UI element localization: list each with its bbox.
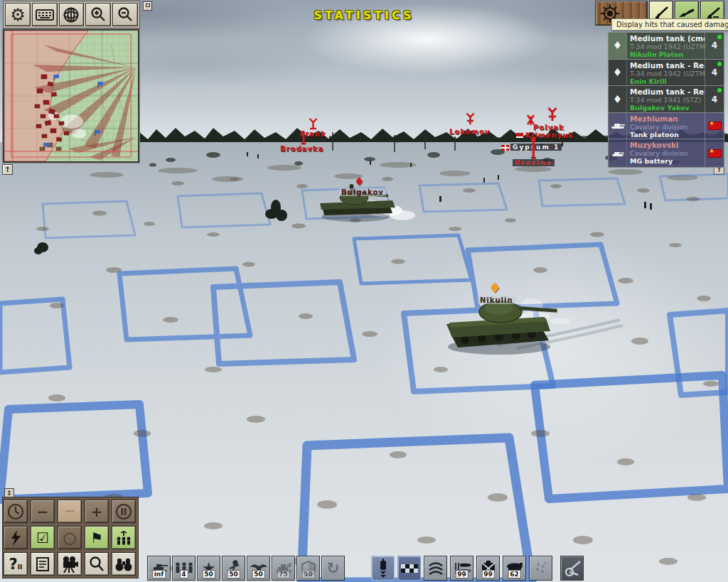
unit-subtitle: Cavalary division — [630, 149, 702, 157]
tank-silhouette-icon — [609, 139, 627, 167]
flag-objectives-button[interactable]: ⚑ — [85, 526, 109, 549]
panel-collapse-button[interactable]: ↕ — [4, 488, 14, 497]
soviet-flag-icon — [708, 122, 722, 130]
world-label-nikulin[interactable]: Nikulin — [478, 296, 515, 304]
toolbar-crew-button[interactable]: 62 — [503, 556, 526, 581]
at-gun-marker-icon — [309, 118, 318, 130]
up-down-arrow-icon: ↕ — [6, 490, 12, 497]
world-label-urazino: Urazino — [513, 159, 555, 166]
minus-icon: − — [37, 503, 49, 520]
unit-title: Muzykovski — [630, 141, 702, 149]
binoculars-icon — [114, 556, 133, 573]
unit-row-reed-123[interactable]: ♦ Medium tank - Reed 123 T-34 mod 1941 (… — [609, 86, 724, 113]
unit-type: Tank platoon — [630, 131, 702, 139]
toolbar-eagle-button[interactable]: 50 — [247, 556, 270, 581]
tooltip: Display hits that caused damage — [611, 18, 728, 31]
count-label: 50 — [227, 570, 240, 578]
count-label: 75 — [277, 570, 290, 578]
game-screen: Frank Brodavka Lokomov Polyak Klimenyuk … — [0, 0, 728, 582]
unit-commander: Bulgakov Yakov — [630, 104, 702, 112]
clock-button[interactable] — [4, 500, 28, 523]
world-label-bulgakov[interactable]: Bulgakov — [339, 188, 386, 196]
checkbox-icon: ☑ — [36, 529, 49, 546]
unit-diamond-orange-icon: ♦ — [488, 281, 501, 295]
toolbar-ammo-button[interactable]: 99 — [450, 556, 473, 581]
help-button[interactable]: ?II — [4, 552, 28, 576]
unit-row-reed-122[interactable]: ♦ Medium tank - Reed 122 T-34 mod 1942 (… — [609, 60, 724, 87]
tank-top-view-icon — [375, 559, 391, 578]
squad-radio-icon — [114, 529, 133, 546]
unit-diamond-red-icon: ♦ — [354, 176, 364, 188]
tank-silhouette-icon — [609, 113, 627, 139]
unit-type: MG battery — [630, 157, 702, 165]
flag-marker-icon — [516, 133, 523, 138]
unit-row-mezhluman[interactable]: Mezhluman Cavalary division Tank platoon — [609, 113, 724, 140]
unit-subtitle: Cavalary division — [630, 123, 702, 131]
orders-confirm-button[interactable]: ☑ — [31, 526, 55, 549]
unit-title: Mezhluman — [630, 114, 702, 123]
world-label-lokomov[interactable]: Lokomov — [449, 128, 490, 136]
mortar-marker-icon — [301, 131, 306, 145]
unit-title: Medium tank - Reed 123 — [630, 87, 702, 96]
diamond-icon: ♦ — [609, 60, 627, 86]
binoculars-button[interactable] — [112, 552, 136, 576]
cancel-order-button[interactable]: ○ — [58, 526, 82, 549]
unit-row-muzykovski[interactable]: Muzykovski Cavalary division MG battery — [609, 139, 724, 167]
circle-icon: ○ — [63, 529, 76, 546]
refresh-icon: ↻ — [326, 561, 339, 576]
toolbar-tank-hit-button[interactable]: 75 — [272, 556, 295, 581]
quick-orders-button[interactable] — [4, 526, 28, 549]
notes-icon — [36, 556, 50, 572]
toolbar-infantry-button[interactable]: 4 — [172, 556, 196, 581]
tracks-icon — [532, 561, 550, 576]
toolbar-artillery-button[interactable] — [560, 556, 584, 581]
at-gun-marker-icon — [547, 107, 557, 124]
arcs-icon — [427, 560, 445, 577]
unit-subtitle: T-34 mod 1941 (STZ) — [630, 96, 702, 104]
unit-title: Medium tank (cmd) - Reed 121 — [630, 34, 702, 43]
count-label: 99 — [455, 570, 469, 578]
unit-subtitle: T-34 mod 1942 (UZTM) — [630, 43, 702, 50]
count-label: 50 — [301, 570, 315, 578]
unit-commander: Nikulin Platon — [630, 50, 702, 58]
time-slower-button[interactable]: − — [31, 500, 55, 523]
unit-subtitle: T-34 mod 1942 (UZTM) — [630, 70, 702, 77]
unit-commander: Enin Kirill — [630, 77, 702, 85]
status-dot-icon — [717, 62, 722, 66]
count-label: 50 — [202, 570, 215, 578]
unit-row-reed-121[interactable]: ♦ Medium tank (cmd) - Reed 121 T-34 mod … — [609, 33, 724, 60]
unit-list-panel: ♦ Medium tank (cmd) - Reed 121 T-34 mod … — [608, 32, 724, 168]
objective-flag-icon — [501, 145, 509, 151]
toolbar-tank-infantry-button[interactable]: inf — [147, 556, 171, 581]
notes-button[interactable] — [31, 552, 55, 576]
movie-camera-icon — [60, 555, 79, 573]
toolbar-formation-button[interactable] — [397, 556, 421, 581]
toolbar-shield-button[interactable]: 50 — [296, 556, 320, 581]
world-label-brodavka[interactable]: Brodavka — [280, 145, 323, 153]
toolbar-runner-button[interactable]: 50 — [222, 556, 245, 581]
count-label: 62 — [508, 570, 521, 578]
toolbar-supply-button[interactable]: 99 — [476, 556, 500, 581]
question-sub: II — [18, 564, 23, 571]
pause-button[interactable] — [112, 500, 136, 523]
camera-button[interactable] — [58, 552, 82, 576]
toolbar-refresh-button[interactable]: ↻ — [321, 556, 345, 581]
flag-icon: ⚑ — [90, 529, 103, 546]
world-label-polyak[interactable]: Polyak — [533, 124, 564, 131]
search-view-button[interactable] — [85, 552, 109, 576]
unit-nation — [705, 139, 724, 167]
toolbar-vehicle-orders-button[interactable] — [371, 556, 395, 581]
toolbar-star-button[interactable]: ★ 50 — [197, 556, 220, 581]
pause-icon — [114, 502, 133, 521]
clock-icon — [6, 502, 25, 521]
time-faster-button[interactable]: + — [85, 500, 109, 523]
count-label: 50 — [252, 570, 265, 578]
diamond-icon: ♦ — [609, 86, 627, 112]
flagpole-marker-icon — [529, 136, 537, 159]
status-dot-icon — [717, 35, 722, 39]
count-label: 99 — [481, 570, 495, 578]
platoon-command-button[interactable] — [112, 526, 136, 549]
toolbar-tracks-button[interactable] — [529, 556, 552, 581]
at-gun-marker-icon — [466, 112, 475, 126]
toolbar-spread-button[interactable] — [424, 556, 447, 581]
